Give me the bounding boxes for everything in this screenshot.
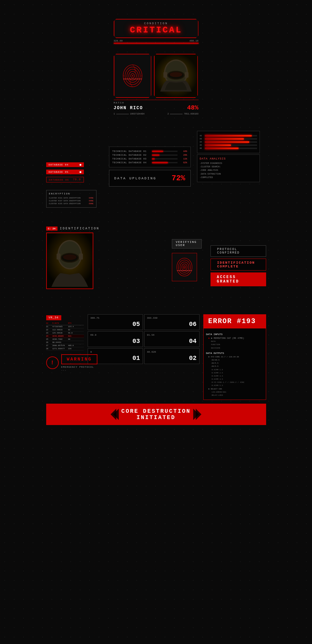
db-tag-05: DATABASE 05	[46, 170, 84, 174]
svg-rect-16	[185, 72, 189, 78]
db-bar-val-4: 62%	[179, 161, 187, 164]
cluster-1: CLUSTER XC01 DATA ENCRYPTION DONE	[49, 197, 94, 199]
db-bar-label-2: TECHNICAL DATABASE 02	[112, 154, 150, 156]
id-codes: 1 166371D44D4 2 7651.036103	[114, 113, 199, 115]
num-cell-num6: 02	[189, 355, 196, 362]
chevron-left-icon	[111, 409, 119, 420]
id-info: MATCH JOHN RICO 48% 1 166371D44D4 2 7651…	[114, 100, 199, 115]
right-analysis-panel: 02 03 04 05	[197, 131, 266, 208]
db-bar-fill-2	[152, 154, 159, 156]
encryption-box: ENCRYPTION CLUSTER XC01 DATA ENCRYPTION …	[46, 190, 96, 208]
di-1: ► REROUTING CAT (RE 47ME)	[206, 337, 263, 340]
num-cell-large-2: 06	[147, 319, 197, 328]
vr-title: VR_34	[46, 315, 61, 320]
svg-point-31	[184, 266, 185, 267]
condition-bar	[114, 43, 199, 44]
num-cell-3: 69.9 03	[88, 331, 143, 347]
id-left-col: C: 24 IDENTIFICATION	[46, 227, 100, 289]
db-bar-row-2: TECHNICAL DATABASE 02 29%	[112, 154, 187, 156]
cluster-3: CLUSTER XC01 DATA ENCRYPTION DONE	[49, 203, 94, 205]
warning-circle: !	[46, 356, 59, 369]
condition-val-left: 328.60	[114, 39, 123, 42]
vr-row-7: 272000.857570488.8	[46, 344, 84, 347]
db-dot	[79, 164, 81, 166]
vr-row-5: 251636.738288	[46, 338, 84, 341]
num-cell-2: 393.339 06	[144, 314, 200, 330]
code1-num: 1	[114, 113, 115, 115]
num-cell-1: 309.75 05	[88, 314, 143, 330]
vr-row-2: 22112.5663382	[46, 328, 84, 332]
warning-box: WARNING	[61, 354, 98, 364]
db-bar-row-1: TECHNICAL DATABASE 01 44%	[112, 150, 187, 153]
db-bar-fill-4	[152, 162, 168, 163]
db-bar-label-3: TECHNICAL DATABASE 03	[112, 158, 150, 160]
num-cell-large-1: 05	[90, 319, 140, 328]
do-lss: LSS:ERROR/001 RELAY-LOG3	[209, 391, 263, 397]
match-name: JOHN RICO	[114, 105, 143, 110]
da-item-3: -CODE ANALYSIS	[200, 169, 257, 172]
db-bar-fill-1	[152, 151, 163, 152]
verify-label: VERIFYING USER	[172, 239, 202, 281]
svg-rect-23	[57, 254, 61, 260]
fingerprint-small-icon	[173, 255, 195, 279]
db-bar-track-1	[152, 151, 178, 152]
analysis-bar-3: 04	[200, 141, 257, 143]
code1-val: 166371D44D4	[130, 113, 145, 115]
svg-rect-24	[79, 254, 83, 260]
fingerprint-small	[172, 253, 197, 281]
num-cell-num4: 04	[189, 338, 196, 345]
di-sub: MATH FUNCTION DECISION	[206, 340, 263, 350]
s5-top-row: VR_34 AG M_RATE RTS 21477267983154.4 221…	[46, 314, 266, 400]
num-cell-num1: 05	[132, 321, 140, 328]
code2-num: 2	[167, 113, 169, 115]
data-analysis-box: DATA ANALYSIS -SYSTEM DIAGNOSIS -CLUSTER…	[197, 154, 260, 182]
soldier-photo	[154, 54, 198, 98]
da-item-5: -COMPLETED	[200, 176, 257, 179]
db-dot	[79, 171, 81, 173]
vr-table: VR_34 AG M_RATE RTS 21477267983154.4 221…	[46, 314, 84, 400]
section3-area: DATABASE 04 DATABASE 05 DATABASE 06 79.0…	[46, 131, 266, 208]
analysis-bar-4: 05	[200, 144, 257, 146]
warning-row: ! WARNING EMERGENCY PROTOCOL ...	[46, 354, 84, 371]
section1-condition: CONDITION CRITICAL 328.60 460.16	[114, 19, 199, 44]
db-bar-label-4: TECHNICAL DATABASE 04	[112, 161, 150, 164]
condition-bar-row: 328.60 460.16	[114, 39, 199, 42]
id-header-bar: C: 24 IDENTIFICATION	[46, 227, 100, 231]
analysis-bar-5: 06	[200, 147, 257, 149]
access-granted-box: ACCESS GRANTED	[211, 272, 266, 286]
num-row-3: 8 01 40.620 02	[88, 348, 200, 364]
section2-id: MATCH JOHN RICO 48% 1 166371D44D4 2 7651…	[114, 54, 199, 115]
vr-row-6: 2608.04431	[46, 341, 84, 344]
num-cell-top-4: 91.56	[147, 333, 197, 336]
data-upload-box: DATA UPLOADING 72%	[109, 170, 191, 187]
do-arrow: ► XYZ-CORE 22.7 / 128.84:36	[209, 356, 263, 359]
db-bar-row-4: TECHNICAL DATABASE 04 62%	[112, 161, 187, 164]
db-bar-val-2: 29%	[179, 154, 187, 156]
match-row: JOHN RICO 48%	[114, 104, 199, 111]
id-right-col: VERIFYING USER PROT	[172, 239, 266, 286]
section5-wrapper: VR_34 AG M_RATE RTS 21477267983154.4 221…	[46, 314, 266, 425]
da-item-2: -CLUSTER SEARCH:	[200, 165, 257, 169]
num-cell-top-1: 309.75	[90, 316, 140, 319]
num-cell-6: 40.620 02	[144, 348, 200, 364]
num-cell-num5: 01	[132, 355, 140, 362]
db-bar-track-4	[152, 162, 178, 163]
verifying-badge: VERIFYING USER	[172, 239, 202, 249]
chevron-right-icon	[193, 409, 201, 420]
left-side-panel: DATABASE 04 DATABASE 05 DATABASE 06 79.0…	[46, 131, 103, 208]
match-percent: 48%	[187, 104, 198, 111]
db-bar-track-3	[152, 158, 178, 160]
core-banner: CORE DESTRUCTION INITIATED	[46, 404, 266, 425]
id-num-badge: C: 24	[46, 227, 57, 231]
num-row-2: 69.9 03 91.56 04	[88, 331, 200, 347]
id-panel	[114, 54, 199, 98]
verify-group: VERIFYING USER PROT	[172, 239, 266, 286]
vr-row-4: 241643.06005521	[46, 335, 84, 338]
db-bar-track-2	[152, 154, 178, 156]
db-tag-06: DATABASE 06 79.0	[46, 177, 84, 182]
analysis-bar-1: 02	[200, 135, 257, 137]
ident-complete-box: IDENTIFICATION COMPLETE	[211, 259, 266, 271]
vr-row-1: 21477267983154.4	[46, 325, 84, 328]
analysis-bars-box: 02 03 04 05	[197, 131, 260, 153]
da-title: DATA ANALYSIS	[200, 157, 257, 160]
